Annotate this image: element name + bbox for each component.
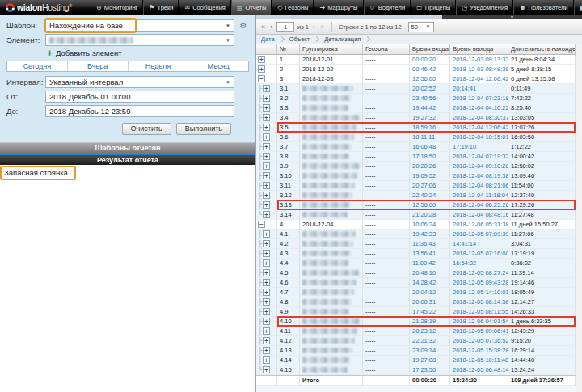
expand-icon[interactable]: + — [263, 192, 270, 199]
prev-page-button[interactable]: ‹ — [269, 23, 273, 31]
table-row[interactable]: +22018-12-02-----00:46:422018-12-03 08:4… — [256, 65, 576, 74]
row-time-in-link[interactable]: 16:06:48 — [410, 142, 450, 152]
column-header-time-in[interactable]: Время входа — [410, 44, 450, 54]
table-row[interactable]: ├+4.4-----11:00:4216:54:320:36:02 — [256, 259, 576, 268]
row-time-in-link[interactable]: 11:36:43 — [410, 239, 450, 249]
expand-icon[interactable]: + — [263, 95, 270, 102]
from-date-input[interactable] — [45, 91, 234, 103]
last-page-button[interactable]: » — [319, 23, 325, 31]
row-time-in-link[interactable]: 17:23:50 — [410, 365, 450, 375]
row-time-out-link[interactable]: 2018-12-04 11:18:04 — [450, 191, 508, 200]
row-time-out-link[interactable]: 2018-12-04 08:48:16 — [450, 210, 508, 220]
table-row[interactable]: ├+3.8-----17:18:502018-12-04 07:19:3214:… — [256, 152, 576, 162]
expand-icon[interactable]: + — [263, 337, 270, 344]
row-time-in-link[interactable]: 10:06:24 — [410, 220, 450, 230]
row-time-out-link[interactable]: 2018-12-06 05:31:38 — [450, 220, 508, 230]
quick-range-month[interactable]: Месяц — [188, 61, 248, 71]
row-time-in-link[interactable]: 22:40:24 — [410, 191, 450, 200]
collapse-handle[interactable]: ▼ — [442, 15, 582, 19]
nav-tab-monitoring[interactable]: ⊕Мониторинг — [91, 0, 143, 15]
table-row[interactable]: ├+3.3-----19:44:422018-12-04 04:10:228:2… — [256, 103, 576, 113]
column-header-time-out[interactable]: Время выхода — [450, 44, 508, 54]
page-input[interactable] — [276, 22, 294, 32]
row-time-out-link[interactable]: 2018-12-05 15:38:28 — [450, 346, 508, 356]
row-time-out-link[interactable]: 14:41:14 — [450, 239, 508, 249]
row-time-in-link[interactable]: 12:56:00 — [410, 200, 450, 210]
table-row[interactable]: ├+3.13-----12:56:002018-12-04 06:25:2617… — [256, 200, 576, 210]
row-time-in-link[interactable]: 23:09:14 — [410, 346, 450, 356]
result-bar[interactable]: Результат отчета — [0, 154, 255, 165]
expand-icon[interactable]: + — [263, 366, 270, 373]
breadcrumb-date[interactable]: Дата — [261, 36, 275, 43]
row-time-out-link[interactable]: 2018-12-04 07:19:32 — [450, 152, 508, 162]
table-row[interactable]: −42018-12-04-----10:06:242018-12-06 05:3… — [256, 220, 576, 230]
column-header-duration[interactable]: Длительность нахождения — [508, 44, 576, 54]
table-row[interactable]: ├+4.2-----11:36:4314:41:143:04:31 — [256, 239, 576, 249]
row-time-out-link[interactable]: 2018-12-04 10:15:01 — [450, 133, 508, 142]
row-time-out-link[interactable]: 2018-12-04 08:30:37 — [450, 113, 508, 123]
next-page-button[interactable]: › — [312, 23, 316, 31]
expand-icon[interactable]: + — [263, 172, 270, 179]
row-time-out-link[interactable]: 2018-12-06 04:01:54 — [450, 317, 508, 327]
column-header-num[interactable]: № — [277, 44, 300, 54]
row-time-out-link[interactable]: 2018-12-05 08:27:24 — [450, 268, 508, 278]
row-time-in-link[interactable]: 18:11:11 — [410, 133, 450, 142]
row-time-out-link[interactable]: 2018-12-05 09:06:41 — [450, 327, 508, 336]
row-time-in-link[interactable]: 20:20:26 — [410, 162, 450, 171]
expand-icon[interactable]: + — [263, 327, 270, 335]
row-time-in-link[interactable]: 19:42:33 — [410, 230, 450, 239]
row-time-in-link[interactable]: 18:59:16 — [410, 123, 450, 133]
row-time-in-link[interactable]: 17:18:50 — [410, 152, 450, 162]
expand-icon[interactable]: + — [263, 318, 270, 325]
table-row[interactable]: ├+3.10-----19:09:522018-12-04 08:19:3813… — [256, 171, 576, 181]
expand-icon[interactable]: + — [263, 124, 270, 131]
table-row[interactable]: └+3.14-----21:20:282018-12-04 08:48:1611… — [256, 210, 576, 220]
row-time-out-link[interactable]: 2018-12-04 08:19:38 — [450, 171, 508, 181]
row-time-out-link[interactable]: 2018-12-03 09:13:33 — [450, 55, 508, 65]
row-time-out-link[interactable]: 2018-12-04 04:10:22 — [450, 103, 508, 113]
result-item[interactable]: Запасная стоянка — [0, 166, 76, 180]
expand-icon[interactable]: + — [263, 162, 270, 170]
row-time-in-link[interactable]: 21:28:19 — [410, 317, 450, 327]
expand-icon[interactable]: + — [263, 143, 270, 150]
interval-select[interactable]: Указанный интервал ▼ — [45, 76, 234, 88]
expand-icon[interactable]: + — [263, 153, 270, 160]
nav-tab-notifications[interactable]: ◷Уведомления — [456, 0, 513, 15]
nav-tab-tracks[interactable]: ⚑Треки — [143, 0, 179, 15]
templates-bar[interactable]: Шаблоны отчетов — [0, 142, 255, 154]
page-size-select[interactable]: 50 ▼ — [408, 22, 434, 32]
breadcrumb-unit[interactable]: Объект — [289, 36, 310, 43]
row-time-out-link[interactable]: 2018-12-04 12:06:42 — [450, 74, 508, 84]
row-time-in-link[interactable]: 19:27:32 — [410, 113, 450, 123]
column-header-group[interactable]: Группировка — [300, 44, 363, 54]
nav-tab-routes[interactable]: ➔Маршруты — [314, 0, 363, 15]
table-row[interactable]: ├+3.2-----23:40:562018-12-04 07:23:187:4… — [256, 94, 576, 103]
expand-icon[interactable]: + — [263, 298, 270, 306]
clear-button[interactable]: Очистить — [122, 123, 171, 135]
table-row[interactable]: ├+4.12-----22:21:322018-12-05 07:36:529:… — [256, 336, 576, 346]
nav-tab-messages[interactable]: ✉Сообщения — [179, 0, 230, 15]
expand-icon[interactable]: + — [263, 230, 270, 238]
row-time-out-link[interactable]: 20:14:41 — [450, 84, 508, 94]
execute-button[interactable]: Выполнить — [176, 123, 231, 135]
table-row[interactable]: ├+4.8-----20:00:312018-12-05 08:14:5812:… — [256, 297, 576, 307]
nav-tab-users[interactable]: ☻Пользователи — [513, 0, 573, 15]
row-time-in-link[interactable]: 00:00:20 — [410, 55, 450, 65]
nav-tab-reports[interactable]: ▤Отчеты — [231, 0, 272, 15]
to-date-input[interactable] — [45, 105, 234, 117]
table-row[interactable]: ├+4.3-----13:56:412018-12-05 07:16:0017:… — [256, 249, 576, 259]
row-time-out-link[interactable]: 2018-12-05 06:48:14 — [450, 365, 508, 375]
row-time-in-link[interactable]: 20:23:12 — [410, 327, 450, 336]
expand-icon[interactable]: + — [258, 56, 265, 63]
expand-icon[interactable]: + — [263, 114, 270, 121]
table-row[interactable]: ├+4.6-----14:28:422018-12-05 09:43:2819:… — [256, 278, 576, 288]
table-row[interactable]: ├+4.5-----20:48:102018-12-05 08:27:2411:… — [256, 268, 576, 278]
expand-icon[interactable]: + — [263, 279, 270, 286]
table-row[interactable]: ├+4.9-----17:45:222018-12-05 08:11:5514:… — [256, 307, 576, 317]
table-row[interactable]: ├+4.14-----19:27:082018-12-05 10:11:4814… — [256, 356, 576, 365]
expand-icon[interactable]: + — [263, 211, 270, 218]
expand-icon[interactable]: + — [263, 85, 270, 92]
row-time-out-link[interactable]: 2018-12-05 08:11:55 — [450, 307, 508, 317]
expand-icon[interactable]: + — [263, 308, 270, 315]
quick-range-yesterday[interactable]: Вчера — [68, 61, 129, 71]
